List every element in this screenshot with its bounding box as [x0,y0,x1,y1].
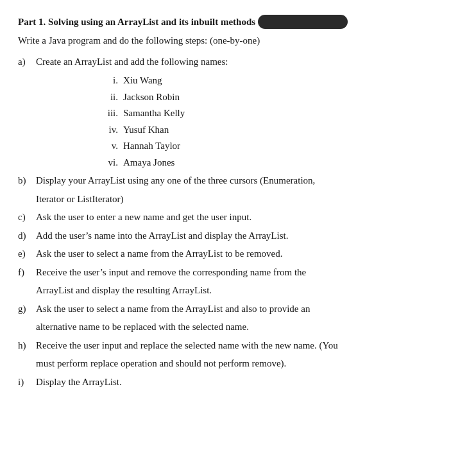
roman-numeral: vi. [101,155,118,171]
roman-numeral: iv. [101,122,118,139]
section-a-header: a) Create an ArrayList and add the follo… [18,55,458,69]
name-text: Jackson Robin [123,89,180,106]
section-block: d)Add the user’s name into the ArrayList… [18,229,458,243]
name-text: Samantha Kelly [123,105,185,122]
section-item: h)Receive the user input and replace the… [18,338,458,353]
section-label: h) [18,338,36,353]
section-label: i) [18,375,36,390]
section-item: d)Add the user’s name into the ArrayList… [18,229,458,243]
section-text: Receive the user input and replace the s… [36,338,458,353]
section-item: b)Display your ArrayList using any one o… [18,173,458,188]
section-block: e)Ask the user to select a name from the… [18,246,458,261]
section-item: g)Ask the user to select a name from the… [18,302,458,316]
section-block: c)Ask the user to enter a new name and g… [18,210,458,225]
section-continuation: Iterator or ListIterator) [36,192,458,207]
name-text: Amaya Jones [123,155,174,171]
section-a-label: a) [18,55,36,69]
section-text: Display the ArrayList. [36,375,458,390]
roman-numeral: iii. [101,105,118,122]
section-text: Display your ArrayList using any one of … [36,173,458,188]
section-label: f) [18,265,36,280]
section-item: f)Receive the user’s input and remove th… [18,265,458,280]
roman-numeral: ii. [101,89,118,106]
section-label: e) [18,246,36,261]
section-a-text: Create an ArrayList and add the followin… [36,55,458,69]
section-item: e)Ask the user to select a name from the… [18,246,458,261]
section-block: g)Ask the user to select a name from the… [18,302,458,334]
section-label: d) [18,229,36,243]
section-label: b) [18,173,36,188]
list-item: i. Xiu Wang [101,73,458,89]
section-label: g) [18,302,36,316]
name-text: Hannah Taylor [123,138,180,155]
name-text: Xiu Wang [123,73,162,89]
section-label: c) [18,210,36,225]
name-text: Yusuf Khan [123,122,169,139]
section-text: Receive the user’s input and remove the … [36,265,458,280]
roman-numeral: v. [101,138,118,155]
sections-container: b)Display your ArrayList using any one o… [18,173,458,389]
section-block: b)Display your ArrayList using any one o… [18,173,458,206]
list-item: iii. Samantha Kelly [101,105,458,122]
list-item: iv. Yusuf Khan [101,122,458,139]
page-container: Part 1. Solving using an ArrayList and i… [18,15,458,389]
intro-line: Write a Java program and do the followin… [18,33,458,48]
section-block: f)Receive the user’s input and remove th… [18,265,458,298]
list-item: vi. Amaya Jones [101,155,458,171]
redacted-block [258,15,348,29]
part-title: Part 1. Solving using an ArrayList and i… [18,15,458,30]
list-item: v. Hannah Taylor [101,138,458,155]
section-text: Add the user’s name into the ArrayList a… [36,229,458,243]
section-continuation: must perform replace operation and shoul… [36,356,458,371]
section-item: i)Display the ArrayList. [18,375,458,390]
section-item: c)Ask the user to enter a new name and g… [18,210,458,225]
roman-numeral: i. [101,73,118,89]
section-text: Ask the user to select a name from the A… [36,302,458,316]
names-list: i. Xiu Wang ii. Jackson Robin iii. Saman… [101,73,458,171]
part-title-text: Part 1. Solving using an ArrayList and i… [18,15,255,29]
section-text: Ask the user to select a name from the A… [36,246,458,261]
section-continuation: ArrayList and display the resulting Arra… [36,283,458,298]
section-text: Ask the user to enter a new name and get… [36,210,458,225]
list-item: ii. Jackson Robin [101,89,458,106]
section-continuation: alternative name to be replaced with the… [36,320,458,334]
section-block: i)Display the ArrayList. [18,375,458,390]
section-block: h)Receive the user input and replace the… [18,338,458,371]
